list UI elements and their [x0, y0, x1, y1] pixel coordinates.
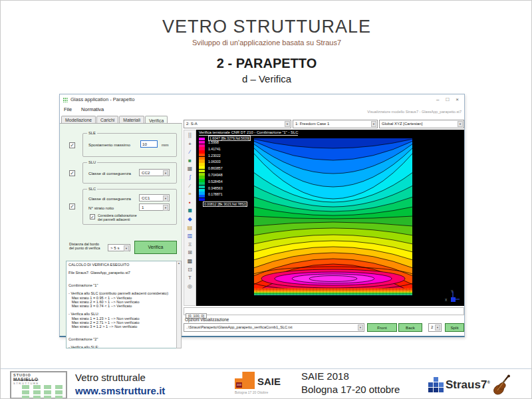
- viewer-status-bar: [0, 100, 0]: [184, 307, 464, 315]
- axis-triad-icon: X Y: [444, 289, 461, 303]
- slu-group-title: SLU: [87, 160, 97, 164]
- slide-title: VETRO STRUTTURALE: [1, 17, 532, 37]
- title-bar[interactable]: Glass application - Parapetto – □ ×: [60, 94, 464, 104]
- legend-value-8: 0.178871: [208, 192, 223, 196]
- legend-value-3: 1.06303: [208, 160, 221, 164]
- app-window: Glass application - Parapetto – □ × File…: [59, 94, 465, 337]
- studio-line2: MASIELLO: [13, 377, 64, 382]
- collaborazione-checkbox[interactable]: ✓: [90, 214, 95, 219]
- draw-icon[interactable]: ◆: [185, 215, 195, 223]
- axis-system-select[interactable]: Global XYZ [Cartesian]: [379, 120, 464, 128]
- studio-masiello-logo: STUDIO MASIELLO STRUTTURE: [10, 371, 67, 399]
- back-button[interactable]: Back: [398, 323, 422, 332]
- slc-checkbox[interactable]: ✓: [69, 203, 75, 209]
- menu-file[interactable]: File: [64, 106, 72, 112]
- arrow-icon[interactable]: »: [185, 190, 195, 198]
- beam-icon[interactable]: ∕: [185, 148, 195, 156]
- sle-unit: mm: [162, 142, 168, 147]
- result-case-select[interactable]: 2: S-A: [184, 120, 291, 128]
- model-viewer: Visualizzatore modello Straus7 - GlassAp…: [182, 120, 464, 330]
- collaborazione-label: Considera collaborazione dei pannelli ad…: [98, 213, 137, 221]
- front-button[interactable]: Front: [367, 323, 397, 332]
- studio-grid-square: [22, 396, 29, 399]
- tab-materiali[interactable]: Materiali: [119, 116, 144, 123]
- maximize-icon[interactable]: □: [446, 96, 449, 102]
- viewer-block: ⣿+∕■▦∫⁄»▪◼◆▤▥Ξ⊞▩⊡T◎ Verifica tensionale …: [184, 130, 464, 306]
- hatch-icon[interactable]: ▩: [185, 257, 195, 265]
- tab-modellazione[interactable]: Modellazione: [61, 116, 96, 123]
- sle-checkbox[interactable]: ✓: [69, 142, 75, 148]
- slc-class-select[interactable]: CC1: [139, 194, 170, 201]
- section-subtitle: d – Verifica: [1, 73, 532, 84]
- slu-checkbox[interactable]: ✓: [69, 170, 75, 176]
- slide-subtitle: Sviluppo di un'applicazione basata su St…: [1, 39, 532, 47]
- distanza-select[interactable]: > 5 s: [108, 244, 130, 251]
- verifica-button[interactable]: Verifica: [134, 241, 177, 254]
- legend-swatch-7: [199, 160, 205, 162]
- legend-value-5: 0.704948: [208, 173, 223, 177]
- spostamento-input[interactable]: 10: [140, 140, 158, 148]
- freedom-case-select[interactable]: 1: Freedom Case 1: [293, 120, 378, 128]
- contour-plot: [253, 138, 413, 296]
- strato-rotto-select[interactable]: 1: [139, 203, 170, 211]
- studio-grid-square: [55, 390, 63, 394]
- studio-grid-square: [44, 396, 51, 399]
- entity-display-icon[interactable]: ⣿: [185, 131, 195, 140]
- legend-swatch-2: [199, 144, 205, 147]
- legend-swatch-0: [199, 138, 205, 140]
- split-button[interactable]: Split: [445, 323, 464, 332]
- tab-bar: ModellazioneCarichiMaterialiVerifica: [61, 114, 168, 123]
- studio-grid-square: [33, 385, 41, 389]
- studio-grid-square: [44, 385, 51, 389]
- svg-text:X: X: [445, 298, 448, 302]
- layers-alt-icon[interactable]: ▥: [185, 231, 195, 240]
- close-icon[interactable]: ×: [456, 96, 459, 102]
- results-textarea[interactable]: CALCOLO DI VERIFICA ESEGUITO File Straus…: [66, 261, 182, 348]
- straus7-pixel: [434, 377, 438, 382]
- sle-group-title: SLE: [87, 131, 97, 135]
- studio-grid-square: [22, 390, 29, 394]
- node-icon[interactable]: ▪: [185, 198, 195, 207]
- brick-icon[interactable]: ▦: [185, 164, 195, 173]
- cut-plane-icon[interactable]: ⁄: [185, 182, 195, 190]
- list-icon[interactable]: Ξ: [185, 240, 195, 249]
- viewer-toolbar: ⣿+∕■▦∫⁄»▪◼◆▤▥Ξ⊞▩⊡T◎: [184, 130, 196, 306]
- target-icon[interactable]: ◎: [185, 282, 195, 291]
- distanza-label: Distanza dal bordo del punto di verifica: [69, 242, 108, 251]
- slu-group: SLU Classe di conseguenza CC2: [82, 162, 177, 184]
- slu-class-select[interactable]: CC2: [139, 169, 170, 176]
- legend-swatch-17: [199, 192, 205, 194]
- grid-icon[interactable]: ⊞: [185, 248, 195, 257]
- link-icon[interactable]: ∫: [185, 173, 195, 182]
- text-icon[interactable]: T: [185, 273, 195, 282]
- plate-icon[interactable]: ■: [185, 156, 195, 165]
- select-icon[interactable]: +: [185, 140, 195, 148]
- brand-url[interactable]: www.smstrutture.it: [75, 385, 165, 396]
- solid-icon[interactable]: ◼: [185, 206, 195, 215]
- legend-swatch-11: [199, 173, 205, 176]
- minimize-icon[interactable]: –: [436, 96, 439, 102]
- wireframe-icon[interactable]: ⊡: [185, 265, 195, 274]
- verification-panel: SLE Spostamento massimo 10 mm ✓ SLU Clas…: [60, 123, 182, 336]
- layers-icon[interactable]: ▤: [185, 223, 195, 232]
- output-path-select[interactable]: ..\Straus\Parapetto\GlassApp_parapetto_v…: [184, 323, 364, 332]
- studio-grid-square: [33, 396, 41, 399]
- split-count-select[interactable]: 2: [428, 323, 442, 332]
- tab-carichi[interactable]: Carichi: [96, 116, 118, 123]
- menu-normativa[interactable]: Normativa: [81, 106, 104, 112]
- studio-grid-square: [55, 396, 63, 399]
- saie-title: SAIE 2018: [301, 370, 400, 382]
- legend-swatches: [199, 138, 205, 201]
- app-icon: [63, 97, 68, 102]
- legend-min-label: 0.00812 [Bk:3023,Nd:7852]: [203, 201, 247, 207]
- legend-swatch-12: [199, 176, 205, 178]
- legend-value-0: 1.5998: [208, 140, 219, 144]
- viewer-header-label: Visualizzatore modello Straus7 - GlassAp…: [367, 110, 462, 114]
- brand-block: Vetro strutturale www.smstrutture.it: [75, 372, 165, 396]
- section-title: 2 - PARAPETTO: [1, 56, 532, 71]
- straus7-pixel: [439, 382, 444, 387]
- straus7-pixel-icon: [428, 377, 444, 393]
- plot-canvas[interactable]: Verifica tensionale CNR DT 210 - Combina…: [196, 130, 464, 306]
- straus7-pixel: [434, 388, 438, 392]
- results-scrollbar[interactable]: ▲: [176, 261, 182, 348]
